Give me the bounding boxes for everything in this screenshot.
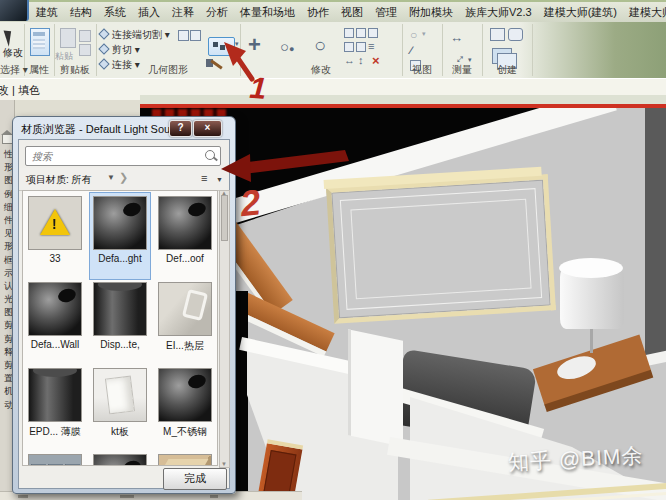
material-label: Defa...Wall bbox=[25, 339, 85, 350]
copy-icon[interactable] bbox=[79, 30, 91, 42]
material-item[interactable]: Def...oof bbox=[155, 193, 215, 279]
material-thumbnail bbox=[93, 196, 147, 250]
status-tick bbox=[210, 495, 218, 498]
demolish-icon[interactable] bbox=[178, 30, 189, 41]
done-button[interactable]: 完成 bbox=[163, 468, 227, 490]
status-tick bbox=[120, 495, 134, 498]
cope-icon[interactable] bbox=[190, 30, 201, 41]
properties-icon[interactable] bbox=[30, 28, 50, 56]
material-label: EI...热层 bbox=[155, 339, 215, 353]
geometry-item[interactable]: 剪切 ▾ bbox=[100, 42, 200, 56]
wall-end-cap bbox=[348, 329, 403, 447]
ribbon-tab[interactable]: 管理 bbox=[369, 3, 403, 22]
ribbon-tab[interactable]: 分析 bbox=[200, 3, 234, 22]
red-divider-line bbox=[140, 104, 666, 108]
mirror-icon[interactable] bbox=[368, 28, 378, 38]
ribbon-tab[interactable]: 注释 bbox=[166, 3, 200, 22]
help-button[interactable]: ? bbox=[169, 120, 192, 137]
search-input[interactable] bbox=[30, 148, 202, 164]
material-item[interactable]: Defa...Wall bbox=[25, 279, 85, 365]
panel-label-modify: 修改 bbox=[240, 63, 402, 77]
modify-button-label[interactable]: 修改 bbox=[0, 46, 26, 60]
material-label: Def...oof bbox=[155, 253, 215, 264]
grid-scrollbar[interactable]: ▲ ▼ bbox=[219, 190, 230, 468]
move-icon[interactable]: + bbox=[248, 32, 261, 58]
dialog-footer: 完成 bbox=[19, 470, 227, 488]
close-button[interactable]: × bbox=[193, 120, 222, 137]
material-label: EPD... 薄膜 bbox=[25, 425, 85, 439]
ribbon-tab[interactable]: 附加模块 bbox=[403, 3, 459, 22]
measure-icon[interactable]: ↔ bbox=[450, 30, 463, 45]
material-item[interactable]: Disp...te, bbox=[90, 279, 150, 365]
paste-label: 粘贴 bbox=[55, 50, 73, 63]
material-thumbnail bbox=[93, 454, 147, 466]
material-item[interactable]: 33 bbox=[25, 193, 85, 279]
linework-icon[interactable]: ∕ bbox=[410, 44, 412, 56]
material-item[interactable]: M_不锈钢 bbox=[155, 365, 215, 451]
ribbon-tab[interactable]: 建模大师(机电) bbox=[623, 3, 666, 22]
scroll-down-icon[interactable]: ▼ bbox=[221, 461, 227, 467]
filter-row: 项目材质: 所有 ▼ ❯ ≡ ▼ bbox=[19, 168, 227, 191]
search-box[interactable] bbox=[25, 146, 221, 166]
dialog-body: 项目材质: 所有 ▼ ❯ ≡ ▼ 33 bbox=[18, 139, 230, 489]
offset-icon[interactable] bbox=[356, 28, 366, 38]
cut-icon[interactable] bbox=[79, 44, 91, 56]
material-item[interactable] bbox=[25, 451, 85, 466]
paste-icon[interactable] bbox=[60, 28, 76, 48]
application-menu-button[interactable] bbox=[0, 0, 29, 21]
ribbon-tab[interactable]: 插入 bbox=[132, 3, 166, 22]
material-thumbnail bbox=[28, 196, 82, 250]
material-thumbnail bbox=[28, 368, 82, 422]
lightbulb-icon[interactable]: ○ bbox=[410, 28, 417, 42]
rotate-icon[interactable]: ○ bbox=[314, 34, 326, 57]
viewport-top-strip bbox=[140, 95, 666, 104]
breadcrumb-chevron-icon: ❯ bbox=[119, 171, 128, 184]
align-icon[interactable] bbox=[344, 28, 354, 38]
dialog-title: 材质浏览器 - Default Light Source bbox=[21, 122, 185, 137]
filter-caret-icon[interactable]: ▼ bbox=[107, 173, 115, 182]
material-item[interactable]: Defa...ght bbox=[90, 193, 150, 279]
ribbon-tab[interactable]: 族库大师V2.3 bbox=[459, 3, 538, 22]
group-icon[interactable] bbox=[508, 28, 523, 41]
project-materials-filter[interactable]: 项目材质: 所有 bbox=[26, 173, 92, 187]
material-item[interactable] bbox=[90, 451, 150, 466]
material-item[interactable]: kt板 bbox=[90, 365, 150, 451]
geometry-item-icon bbox=[98, 43, 109, 54]
panel-label-clipboard: 剪贴板 bbox=[54, 63, 96, 77]
ribbon-tab[interactable]: 建筑 bbox=[30, 3, 64, 22]
array-icon[interactable] bbox=[344, 42, 354, 52]
ribbon-tab[interactable]: 协作 bbox=[301, 3, 335, 22]
status-tick bbox=[18, 495, 28, 498]
ribbon-tab[interactable]: 体量和场地 bbox=[234, 3, 301, 22]
material-item[interactable]: EI...热层 bbox=[155, 279, 215, 365]
ribbon-tab[interactable]: 结构 bbox=[64, 3, 98, 22]
material-item[interactable] bbox=[155, 451, 215, 466]
picture-frame bbox=[326, 174, 556, 323]
material-thumbnail bbox=[93, 368, 147, 422]
list-view-icon[interactable]: ≡ bbox=[201, 172, 214, 184]
search-icon bbox=[205, 150, 215, 160]
list-view-caret-icon[interactable]: ▼ bbox=[216, 176, 223, 183]
geometry-item-icon bbox=[98, 28, 109, 39]
material-thumbnail bbox=[28, 282, 82, 336]
material-label: Defa...ght bbox=[90, 253, 150, 264]
ribbon-tab[interactable]: 建模大师(建筑) bbox=[538, 3, 623, 22]
modify-cursor-icon[interactable] bbox=[4, 28, 16, 46]
frame-inner-line-2 bbox=[350, 199, 531, 300]
ribbon-tab[interactable]: 系统 bbox=[98, 3, 132, 22]
pin-icon[interactable]: ≡ bbox=[368, 40, 374, 52]
material-thumbnail bbox=[28, 454, 82, 466]
copy-tool-icon[interactable]: ○● bbox=[280, 38, 295, 55]
view-caret[interactable]: ▾ bbox=[422, 30, 426, 38]
paint-button[interactable] bbox=[208, 37, 235, 56]
panel-label-view: 视图 bbox=[402, 63, 442, 77]
legend-icon[interactable] bbox=[490, 28, 505, 41]
paint-dropdown-caret[interactable]: ▾ bbox=[235, 40, 239, 48]
material-item[interactable]: EPD... 薄膜 bbox=[25, 365, 85, 451]
revit-window: 建筑结构系统插入注释分析体量和场地协作视图管理附加模块族库大师V2.3建模大师(… bbox=[0, 0, 666, 500]
scale-icon[interactable] bbox=[356, 42, 366, 52]
material-thumbnail bbox=[93, 282, 147, 336]
ribbon: 修改 选择 ▾ 属性 粘贴 剪贴板 连接端切割 ▾ 剪切 ▾ bbox=[0, 22, 666, 79]
ribbon-tab[interactable]: 视图 bbox=[335, 3, 369, 22]
scrollbar-thumb[interactable] bbox=[221, 195, 228, 241]
